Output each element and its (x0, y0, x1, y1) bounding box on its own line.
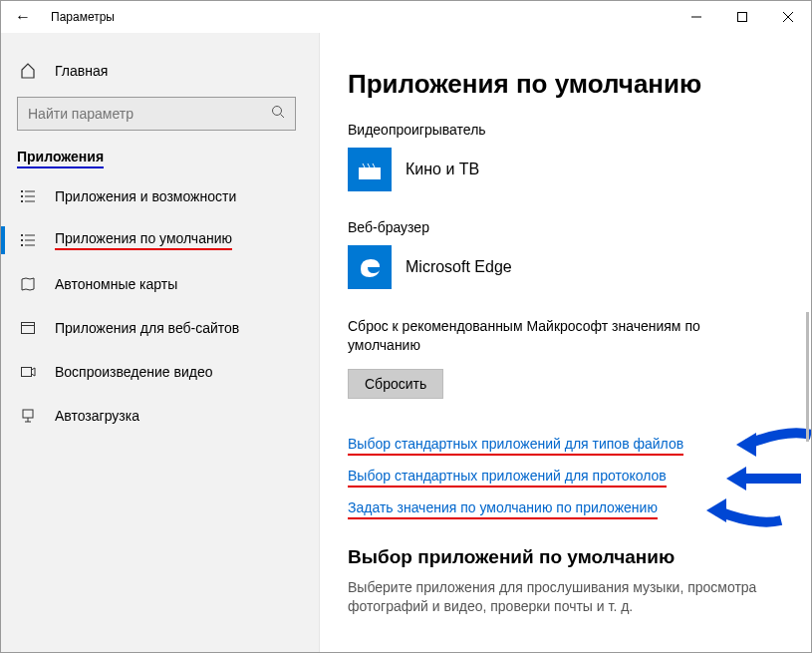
close-button[interactable] (765, 1, 811, 33)
list-icon (17, 188, 39, 204)
sidebar-item-default-apps[interactable]: Приложения по умолчанию (1, 218, 319, 262)
main-content: Приложения по умолчанию Видеопроигрывате… (320, 33, 811, 652)
svg-rect-16 (21, 244, 23, 246)
window-controls (674, 1, 811, 33)
svg-point-4 (273, 107, 282, 116)
window-title: Параметры (45, 10, 115, 24)
video-player-label: Видеопроигрыватель (348, 122, 783, 138)
svg-line-5 (281, 115, 285, 119)
sidebar: Главная Приложения Приложения и возможно… (1, 33, 320, 652)
sidebar-section: Приложения (1, 145, 319, 174)
sidebar-item-label: Автономные карты (55, 276, 177, 292)
search-input[interactable] (28, 106, 267, 122)
svg-rect-17 (25, 245, 35, 246)
link-protocols[interactable]: Выбор стандартных приложений для протоко… (348, 468, 667, 488)
edge-icon (348, 245, 392, 289)
close-icon (783, 12, 793, 22)
sidebar-item-label: Приложения по умолчанию (55, 230, 232, 250)
link-by-app[interactable]: Задать значения по умолчанию по приложен… (348, 499, 658, 519)
sidebar-item-offline-maps[interactable]: Автономные карты (1, 262, 319, 306)
link-row-file-types: Выбор стандартных приложений для типов ф… (348, 435, 783, 453)
link-row-by-app: Задать значения по умолчанию по приложен… (348, 498, 783, 516)
maximize-icon (737, 12, 747, 22)
minimize-button[interactable] (674, 1, 719, 33)
svg-marker-29 (736, 433, 756, 457)
section-heading: Выбор приложений по умолчанию (348, 546, 783, 568)
svg-marker-31 (706, 498, 726, 522)
svg-rect-20 (22, 368, 32, 377)
video-player-name: Кино и ТВ (406, 161, 479, 178)
svg-rect-8 (21, 195, 23, 197)
sidebar-item-label: Приложения и возможности (55, 188, 236, 204)
default-apps-icon (17, 232, 39, 248)
settings-window: ← Параметры Главная (0, 0, 812, 653)
svg-rect-6 (21, 190, 23, 192)
svg-rect-11 (25, 201, 35, 202)
svg-rect-21 (23, 410, 33, 418)
back-button[interactable]: ← (1, 1, 45, 33)
maximize-button[interactable] (719, 1, 765, 33)
arrow-left-icon: ← (15, 8, 31, 26)
reset-button[interactable]: Сбросить (348, 369, 443, 399)
svg-rect-9 (25, 196, 35, 197)
search-wrap (1, 91, 319, 145)
video-icon (17, 364, 39, 380)
browser-label: Веб-браузер (348, 219, 783, 235)
annotation-arrow-icon (736, 427, 811, 463)
sidebar-item-video-playback[interactable]: Воспроизведение видео (1, 350, 319, 394)
home-icon (17, 63, 39, 79)
movies-tv-icon (348, 148, 392, 191)
video-player-app[interactable]: Кино и ТВ (348, 148, 783, 191)
svg-rect-12 (21, 234, 23, 236)
sidebar-item-label: Автозагрузка (55, 408, 139, 424)
svg-rect-13 (25, 235, 35, 236)
titlebar: ← Параметры (1, 1, 811, 33)
section-description: Выберите приложения для прослушивания му… (348, 578, 783, 616)
search-icon (271, 105, 285, 123)
browser-app[interactable]: Microsoft Edge (348, 245, 783, 289)
svg-rect-7 (25, 191, 35, 192)
browser-name: Microsoft Edge (406, 258, 512, 276)
minimize-icon (691, 12, 701, 22)
svg-rect-1 (738, 13, 747, 22)
startup-icon (17, 408, 39, 424)
sidebar-item-startup[interactable]: Автозагрузка (1, 394, 319, 438)
sidebar-section-label: Приложения (17, 149, 104, 168)
map-icon (17, 276, 39, 292)
window-body: Главная Приложения Приложения и возможно… (1, 33, 811, 652)
sidebar-home-label: Главная (55, 63, 108, 79)
sidebar-home[interactable]: Главная (1, 51, 319, 91)
svg-marker-30 (726, 467, 746, 490)
link-file-types[interactable]: Выбор стандартных приложений для типов ф… (348, 436, 683, 456)
page-title: Приложения по умолчанию (348, 69, 783, 100)
svg-rect-15 (25, 240, 35, 241)
sidebar-item-label: Приложения для веб-сайтов (55, 320, 239, 336)
search-box[interactable] (17, 97, 296, 131)
link-row-protocols: Выбор стандартных приложений для протоко… (348, 467, 783, 485)
sidebar-item-web-apps[interactable]: Приложения для веб-сайтов (1, 306, 319, 350)
scrollbar[interactable] (806, 312, 809, 442)
svg-rect-14 (21, 239, 23, 241)
sidebar-item-label: Воспроизведение видео (55, 364, 212, 380)
annotation-arrow-icon (706, 492, 786, 528)
web-apps-icon (17, 320, 39, 336)
reset-description: Сброс к рекомендованным Майкрософт значе… (348, 317, 766, 355)
svg-rect-18 (22, 323, 35, 334)
annotation-arrow-icon (726, 461, 806, 496)
sidebar-item-apps-features[interactable]: Приложения и возможности (1, 174, 319, 218)
svg-rect-10 (21, 200, 23, 202)
